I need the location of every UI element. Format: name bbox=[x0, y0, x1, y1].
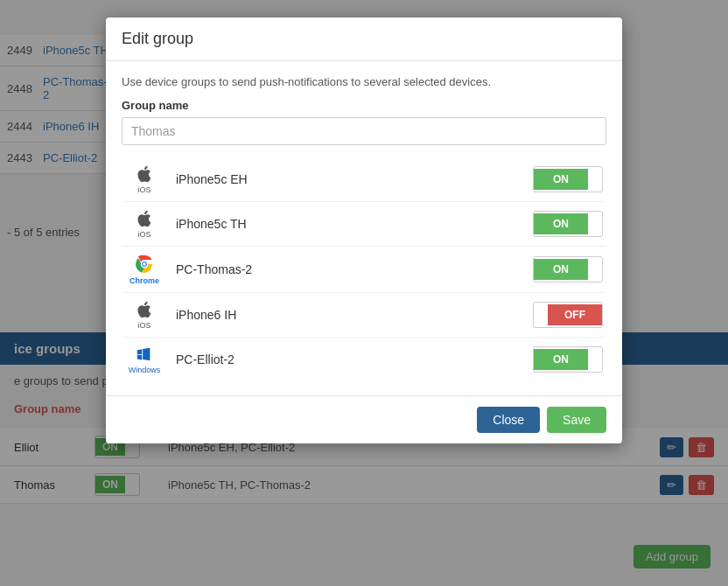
device-row-iphone6-ih: iOS iPhone6 IH OFF bbox=[122, 293, 606, 338]
chrome-icon: Chrome bbox=[125, 254, 164, 285]
modal-footer: Close Save bbox=[106, 395, 622, 443]
device-row-iphone5c-eh: iOS iPhone5c EH ON bbox=[122, 157, 606, 202]
modal-header: Edit group bbox=[106, 17, 622, 61]
ios-icon: iOS bbox=[125, 209, 164, 239]
device-name: iPhone5c EH bbox=[176, 172, 521, 186]
ios-icon: iOS bbox=[125, 164, 164, 194]
close-button[interactable]: Close bbox=[477, 407, 540, 433]
edit-group-modal: Edit group Use device groups to send pus… bbox=[106, 17, 622, 443]
device-name: iPhone6 IH bbox=[176, 308, 521, 322]
device-toggle-on[interactable]: ON bbox=[533, 256, 603, 283]
device-row-pc-thomas-2: Chrome PC-Thomas-2 ON bbox=[122, 247, 606, 293]
windows-icon: Windows bbox=[125, 345, 164, 374]
device-row-pc-elliot-2: Windows PC-Elliot-2 ON bbox=[122, 338, 606, 381]
ios-icon: iOS bbox=[125, 300, 164, 330]
device-toggle-on[interactable]: ON bbox=[533, 211, 603, 237]
device-name: PC-Thomas-2 bbox=[176, 262, 521, 276]
device-toggle-off[interactable]: OFF bbox=[533, 302, 603, 328]
device-toggle-on[interactable]: ON bbox=[533, 346, 603, 373]
modal-overlay: Edit group Use device groups to send pus… bbox=[0, 0, 728, 586]
modal-title: Edit group bbox=[122, 30, 606, 48]
svg-point-3 bbox=[143, 262, 146, 266]
device-name: iPhone5c TH bbox=[176, 217, 521, 231]
device-name: PC-Elliot-2 bbox=[176, 352, 521, 366]
save-button[interactable]: Save bbox=[547, 407, 606, 433]
group-name-label: Group name bbox=[122, 99, 606, 112]
modal-body: Use device groups to send push-notificat… bbox=[106, 61, 622, 395]
group-name-input[interactable] bbox=[122, 117, 606, 145]
device-toggle-on[interactable]: ON bbox=[533, 166, 603, 192]
device-row-iphone5c-th: iOS iPhone5c TH ON bbox=[122, 202, 606, 247]
modal-description: Use device groups to send push-notificat… bbox=[122, 75, 606, 88]
